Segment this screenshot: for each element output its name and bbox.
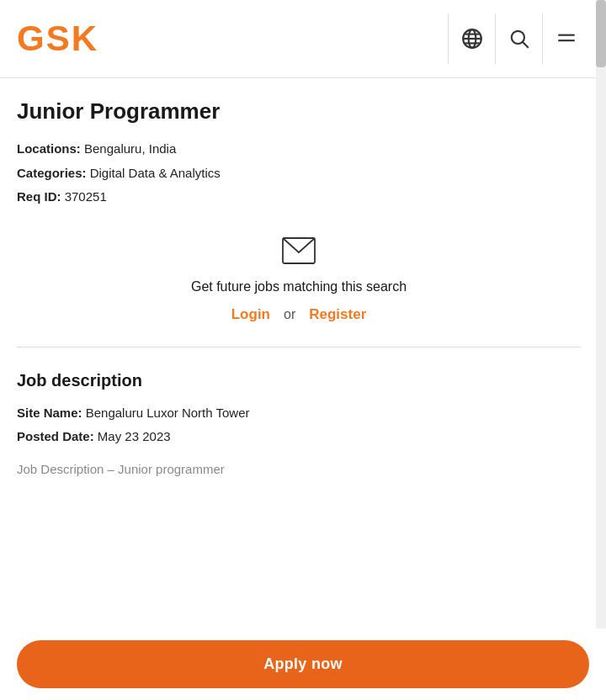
scrollbar-thumb[interactable] <box>596 0 606 67</box>
posted-value: May 23 2023 <box>98 429 171 443</box>
email-icon-wrapper <box>282 237 316 268</box>
auth-row: Login or Register <box>231 306 367 323</box>
job-description-subtitle: Job Description – Junior programmer <box>17 462 581 476</box>
job-title: Junior Programmer <box>17 98 581 125</box>
job-location: Locations: Bengaluru, India <box>17 140 581 159</box>
posted-date-row: Posted Date: May 23 2023 <box>17 427 581 447</box>
location-label: Locations: <box>17 141 81 156</box>
svg-point-5 <box>511 31 524 44</box>
globe-icon <box>461 28 483 50</box>
location-value: Bengaluru, India <box>84 141 176 156</box>
categories-label: Categories: <box>17 166 87 180</box>
gsk-logo: GSK <box>17 21 98 56</box>
job-req-id: Req ID: 370251 <box>17 188 581 207</box>
section-divider <box>17 347 581 347</box>
search-icon-button[interactable] <box>495 13 542 64</box>
main-content: Junior Programmer Locations: Bengaluru, … <box>0 78 598 560</box>
login-link[interactable]: Login <box>231 306 270 323</box>
scrollbar[interactable] <box>596 0 606 700</box>
posted-label: Posted Date: <box>17 429 94 443</box>
register-link[interactable]: Register <box>309 306 366 323</box>
or-text: or <box>284 307 295 322</box>
site-name-row: Site Name: Bengaluru Luxor North Tower <box>17 404 581 423</box>
email-icon <box>282 237 316 264</box>
svg-line-6 <box>522 42 528 48</box>
email-alert-section: Get future jobs matching this search Log… <box>17 237 581 323</box>
job-description-section: Job description Site Name: Bengaluru Lux… <box>17 371 581 476</box>
site-value: Bengaluru Luxor North Tower <box>86 406 250 420</box>
req-label: Req ID: <box>17 189 61 204</box>
job-categories: Categories: Digital Data & Analytics <box>17 164 581 183</box>
req-value: 370251 <box>65 189 107 204</box>
menu-icon <box>556 28 577 50</box>
apply-now-button[interactable]: Apply now <box>17 640 589 688</box>
apply-bar: Apply now <box>0 628 606 700</box>
header: GSK <box>0 0 606 78</box>
site-label: Site Name: <box>17 406 82 420</box>
menu-icon-button[interactable] <box>542 13 589 64</box>
search-icon <box>508 28 530 50</box>
job-description-title: Job description <box>17 371 581 390</box>
categories-value: Digital Data & Analytics <box>90 166 221 180</box>
email-alert-text: Get future jobs matching this search <box>191 279 407 294</box>
globe-icon-button[interactable] <box>448 13 495 64</box>
header-icons <box>448 13 589 64</box>
